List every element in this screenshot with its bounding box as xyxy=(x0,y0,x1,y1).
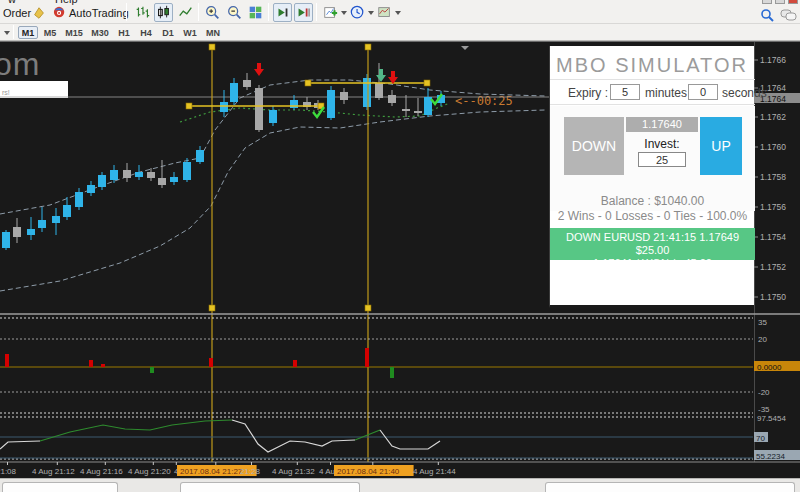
dock-tab[interactable] xyxy=(2,482,118,492)
expiry-seconds-input[interactable] xyxy=(688,84,718,100)
seconds-label: seconds xyxy=(722,86,767,100)
timeframe-button-h1[interactable]: H1 xyxy=(114,26,134,39)
candlestick-chart-type-icon[interactable] xyxy=(154,3,173,22)
chevron-down-icon[interactable] xyxy=(395,11,401,15)
toolbar-separator xyxy=(13,25,14,39)
mt4-window: w Help Order AutoTrading xyxy=(0,0,800,492)
mbo-simulator-panel: MBO SIMULATOR Expiry : minutes seconds D… xyxy=(549,46,754,308)
toolbar-timeframes: M1M5M15M30H1H4D1W1MN xyxy=(0,24,800,41)
timeframe-button-d1[interactable]: D1 xyxy=(158,26,178,39)
window-restore-button[interactable] xyxy=(775,0,785,4)
menu-item-window[interactable]: w xyxy=(8,0,16,5)
toolbar-separator xyxy=(126,3,127,21)
gold-badge-icon[interactable] xyxy=(31,5,47,21)
invest-label: Invest: xyxy=(626,137,698,151)
dock-tab[interactable] xyxy=(545,482,795,492)
toolbar-separator xyxy=(268,3,269,21)
expiry-countdown-label: <--00:25 xyxy=(455,94,513,108)
timeframe-button-m1[interactable]: M1 xyxy=(18,26,38,39)
tile-windows-icon[interactable] xyxy=(246,3,265,22)
last-trade-banner: DOWN EURUSD 21:41:15 1.17649 $25.00 1.17… xyxy=(550,228,755,260)
minutes-label: minutes xyxy=(645,86,687,100)
template-icon[interactable] xyxy=(376,3,393,22)
expiry-label: Expiry : xyxy=(568,86,608,100)
current-price-display: 1.17640 xyxy=(626,117,698,132)
timeframe-button-w1[interactable]: W1 xyxy=(180,26,200,39)
expiry-minutes-input[interactable] xyxy=(610,84,640,100)
toolbar-separator xyxy=(198,3,199,21)
invest-input[interactable] xyxy=(638,152,686,167)
dock-tab[interactable] xyxy=(180,482,360,492)
window-minimize-button[interactable] xyxy=(762,0,772,4)
autotrading-button[interactable]: AutoTrading xyxy=(69,7,129,19)
up-button[interactable]: UP xyxy=(700,117,742,175)
add-indicator-icon[interactable] xyxy=(322,3,339,22)
window-close-button[interactable] xyxy=(788,0,798,4)
timeframe-button-m5[interactable]: M5 xyxy=(40,26,60,39)
chevron-down-icon[interactable] xyxy=(341,11,347,15)
search-icon[interactable] xyxy=(760,8,774,22)
ad-text: rs! xyxy=(2,89,10,96)
trade-line1: DOWN EURUSD 21:41:15 1.17649 $25.00 xyxy=(550,231,755,257)
chart-shift-icon[interactable] xyxy=(294,3,313,22)
zoom-in-icon[interactable] xyxy=(203,3,222,22)
autotrading-icon[interactable] xyxy=(52,5,67,20)
timeframe-button-mn[interactable]: MN xyxy=(202,26,224,39)
toolbar-main: w Help Order AutoTrading xyxy=(0,0,800,24)
balance-label: Balance : $1040.00 xyxy=(550,194,755,208)
timeframe-button-h4[interactable]: H4 xyxy=(136,26,156,39)
chevron-down-icon[interactable] xyxy=(4,31,10,35)
timeframe-button-m30[interactable]: M30 xyxy=(88,26,112,39)
chart-ad-banner: rs! xyxy=(0,81,68,98)
toolbar-separator xyxy=(316,3,317,21)
period-clock-icon[interactable] xyxy=(349,3,366,22)
trade-line2: 1.17641 / WON / +45.00 xyxy=(550,257,755,270)
down-button[interactable]: DOWN xyxy=(564,117,624,175)
panel-title: MBO SIMULATOR xyxy=(550,54,754,77)
expiry-row: Expiry : minutes seconds xyxy=(550,79,755,105)
timeframe-button-m15[interactable]: M15 xyxy=(62,26,86,39)
new-order-button[interactable]: Order xyxy=(3,7,31,19)
chat-icon[interactable] xyxy=(780,9,797,22)
line-chart-type-icon[interactable] xyxy=(176,3,195,22)
auto-scroll-icon[interactable] xyxy=(273,3,292,22)
broker-watermark: om xyxy=(0,46,40,83)
chevron-down-icon[interactable] xyxy=(368,11,374,15)
stats-label: 2 Wins - 0 Losses - 0 Ties - 100.0% xyxy=(550,209,755,223)
zoom-out-icon[interactable] xyxy=(225,3,244,22)
status-strip xyxy=(0,478,800,492)
bar-chart-type-icon[interactable] xyxy=(133,3,152,22)
